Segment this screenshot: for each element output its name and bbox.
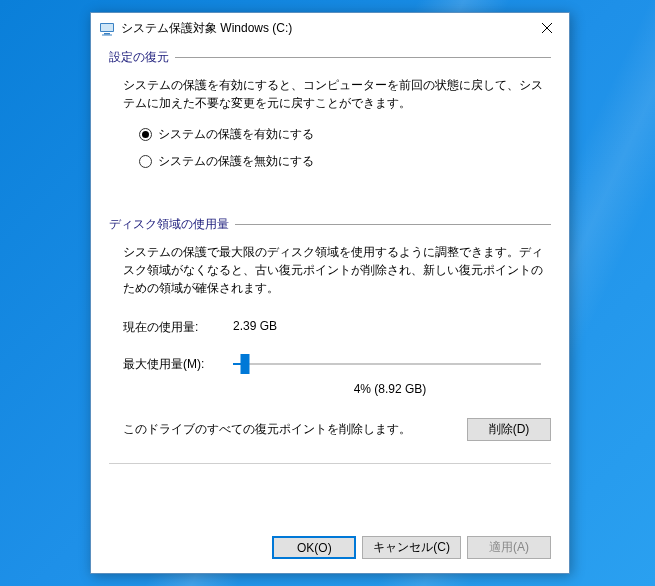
divider — [109, 463, 551, 464]
dialog-content: 設定の復元 システムの保護を有効にすると、コンピューターを前回の状態に戻して、シ… — [91, 43, 569, 524]
slider-thumb[interactable] — [241, 354, 250, 374]
restore-description: システムの保護を有効にすると、コンピューターを前回の状態に戻して、システムに加え… — [123, 76, 551, 112]
radio-disable-label: システムの保護を無効にする — [158, 153, 314, 170]
titlebar: システム保護対象 Windows (C:) — [91, 13, 569, 43]
apply-button[interactable]: 適用(A) — [467, 536, 551, 559]
radio-disable-protection[interactable]: システムの保護を無効にする — [139, 153, 551, 170]
close-button[interactable] — [524, 13, 569, 43]
cancel-button[interactable]: キャンセル(C) — [362, 536, 461, 559]
ok-button[interactable]: OK(O) — [272, 536, 356, 559]
radio-dot-icon — [139, 155, 152, 168]
system-protection-icon — [99, 20, 115, 36]
section-disk-header: ディスク領域の使用量 — [109, 216, 551, 233]
svg-rect-3 — [102, 35, 112, 36]
radio-dot-icon — [139, 128, 152, 141]
delete-button[interactable]: 削除(D) — [467, 418, 551, 441]
delete-row: このドライブのすべての復元ポイントを削除します。 削除(D) — [123, 418, 551, 441]
current-usage-row: 現在の使用量: 2.39 GB — [123, 319, 551, 336]
section-restore-header: 設定の復元 — [109, 49, 551, 66]
slider-track-line — [233, 363, 541, 365]
delete-description: このドライブのすべての復元ポイントを削除します。 — [123, 421, 467, 438]
max-usage-label: 最大使用量(M): — [123, 356, 233, 373]
divider — [235, 224, 551, 225]
protection-radio-group: システムの保護を有効にする システムの保護を無効にする — [139, 126, 551, 170]
system-protection-dialog: システム保護対象 Windows (C:) 設定の復元 システムの保護を有効にす… — [90, 12, 570, 574]
divider — [175, 57, 551, 58]
svg-rect-1 — [101, 24, 113, 31]
radio-enable-label: システムの保護を有効にする — [158, 126, 314, 143]
max-usage-row: 最大使用量(M): — [123, 354, 551, 374]
current-usage-value: 2.39 GB — [233, 319, 277, 336]
disk-description: システムの保護で最大限のディスク領域を使用するように調整できます。ディスク領域が… — [123, 243, 551, 297]
max-usage-slider[interactable] — [233, 354, 541, 374]
dialog-footer: OK(O) キャンセル(C) 適用(A) — [91, 524, 569, 573]
radio-enable-protection[interactable]: システムの保護を有効にする — [139, 126, 551, 143]
svg-rect-2 — [104, 33, 110, 35]
window-title: システム保護対象 Windows (C:) — [121, 20, 524, 37]
current-usage-label: 現在の使用量: — [123, 319, 233, 336]
slider-value-text: 4% (8.92 GB) — [229, 382, 551, 396]
